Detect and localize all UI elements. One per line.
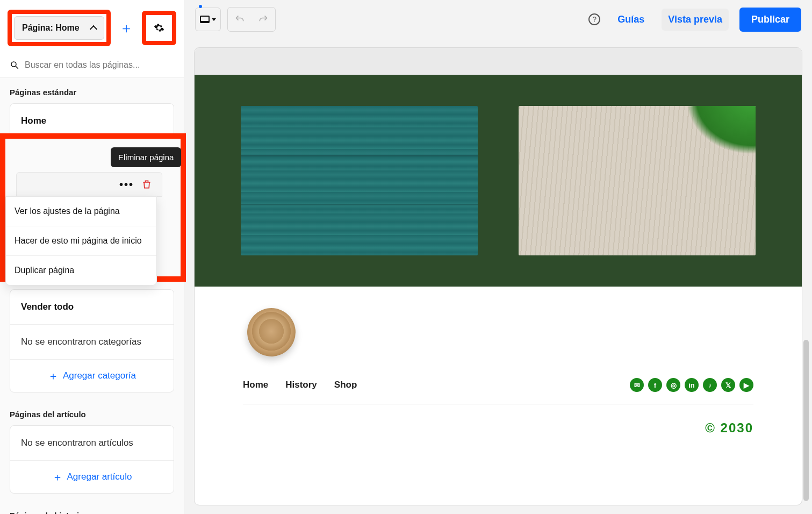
ctx-duplicate-page[interactable]: Duplicar página	[6, 256, 156, 285]
guides-button[interactable]: Guías	[611, 9, 651, 31]
section-standard-pages: Páginas estándar	[0, 78, 184, 103]
section-article-pages: Páginas del artículo	[0, 400, 184, 425]
toolbar-right: ? Guías Vista previa Publicar	[588, 8, 801, 32]
highlight-page-dropdown: Página: Home	[8, 10, 111, 46]
hero-section	[195, 75, 802, 287]
youtube-icon[interactable]: ▶	[739, 378, 753, 392]
add-page-button[interactable]: ＋	[116, 18, 136, 38]
gear-icon	[154, 23, 164, 33]
context-menu: Ver los ajustes de la página Hacer de es…	[5, 196, 157, 285]
email-icon[interactable]: ✉	[630, 378, 644, 392]
twitter-icon[interactable]: 𝕏	[721, 378, 735, 392]
chevron-down-icon	[212, 18, 216, 21]
sidebar-topbar: Página: Home ＋	[0, 0, 184, 56]
footer-nav-links: Home History Shop	[243, 380, 357, 390]
page-selector-label: Página: Home	[22, 23, 80, 33]
social-icons: ✉ f ◎ in ♪ 𝕏 ▶	[630, 378, 753, 392]
settings-button[interactable]	[147, 16, 171, 40]
redo-button[interactable]	[251, 8, 275, 31]
facebook-icon[interactable]: f	[648, 378, 662, 392]
site-footer: Home History Shop ✉ f ◎ in ♪ 𝕏 ▶	[195, 287, 802, 468]
nav-link-home[interactable]: Home	[243, 380, 268, 390]
nav-link-shop[interactable]: Shop	[334, 380, 357, 390]
leaf-decoration	[686, 106, 756, 165]
section-history-pages: Páginas de historia	[0, 501, 184, 514]
help-button[interactable]: ?	[588, 13, 600, 25]
hero-image-left[interactable]	[241, 106, 478, 255]
copyright-text: © 2030	[243, 420, 753, 436]
undo-redo-group	[227, 7, 276, 32]
undo-icon	[234, 14, 245, 25]
top-toolbar: ? Guías Vista previa Publicar	[184, 0, 812, 39]
svg-line-1	[16, 66, 18, 69]
more-actions-button[interactable]: •••	[119, 179, 134, 191]
empty-articles: No se encontraron artículos	[10, 426, 174, 461]
preview-button[interactable]: Vista previa	[662, 9, 729, 31]
svg-point-0	[11, 62, 16, 67]
redo-icon	[258, 14, 269, 25]
canvas-viewport[interactable]: Home History Shop ✉ f ◎ in ♪ 𝕏 ▶	[184, 39, 812, 514]
highlight-settings	[142, 11, 176, 45]
page-row-actions: •••	[16, 172, 162, 197]
add-category-button[interactable]: ＋ Agregar categoría	[10, 360, 174, 392]
sidebar: Página: Home ＋ Páginas estándar Home Ven…	[0, 0, 184, 514]
page-item-sell-all[interactable]: Vender todo	[10, 290, 174, 325]
plus-icon: ＋	[52, 472, 63, 482]
search-input[interactable]	[25, 60, 174, 70]
undo-button[interactable]	[228, 8, 251, 31]
add-article-button[interactable]: ＋ Agregar artículo	[10, 461, 174, 493]
delete-tooltip: Eliminar página	[111, 147, 181, 167]
footer-logo[interactable]	[247, 308, 296, 356]
canvas-header-placeholder	[195, 48, 802, 75]
toolbar-left	[195, 7, 276, 32]
page-selector-dropdown[interactable]: Página: Home	[14, 16, 104, 40]
empty-categories: No se encontraron categorías	[10, 325, 174, 360]
linkedin-icon[interactable]: in	[685, 378, 699, 392]
footer-nav-row: Home History Shop ✉ f ◎ in ♪ 𝕏 ▶	[243, 378, 753, 404]
delete-page-button[interactable]	[141, 179, 152, 190]
chevron-up-icon	[90, 25, 97, 33]
scrollbar[interactable]	[803, 340, 809, 501]
add-article-label: Agregar artículo	[67, 472, 132, 482]
search-icon	[10, 60, 19, 70]
sidebar-content: Páginas estándar Home Vender todo No se …	[0, 78, 184, 514]
search-bar	[0, 56, 184, 78]
ctx-page-settings[interactable]: Ver los ajustes de la página	[6, 197, 156, 226]
pages-card: Home	[10, 103, 174, 139]
desktop-icon	[200, 16, 210, 23]
site-canvas: Home History Shop ✉ f ◎ in ♪ 𝕏 ▶	[194, 47, 802, 505]
instagram-icon[interactable]: ◎	[666, 378, 680, 392]
main-area: ? Guías Vista previa Publicar	[184, 0, 812, 514]
ctx-make-homepage[interactable]: Hacer de esto mi página de inicio	[6, 226, 156, 256]
hero-image-right[interactable]	[519, 106, 756, 255]
trash-icon	[141, 179, 152, 190]
nav-link-history[interactable]: History	[285, 380, 317, 390]
add-category-label: Agregar categoría	[63, 370, 136, 381]
articles-card: No se encontraron artículos ＋ Agregar ar…	[10, 425, 174, 494]
tiktok-icon[interactable]: ♪	[703, 378, 717, 392]
page-item-home[interactable]: Home	[10, 104, 174, 138]
publish-button[interactable]: Publicar	[739, 8, 801, 32]
plus-icon: ＋	[48, 370, 59, 381]
device-preview-dropdown[interactable]	[195, 8, 221, 31]
sell-card: Vender todo No se encontraron categorías…	[10, 289, 174, 392]
